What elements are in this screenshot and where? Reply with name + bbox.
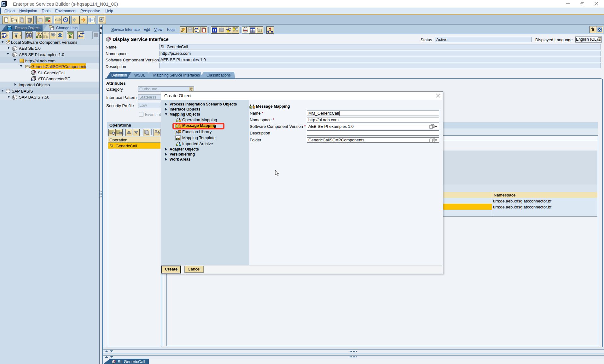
- svg-text:H: H: [213, 28, 216, 32]
